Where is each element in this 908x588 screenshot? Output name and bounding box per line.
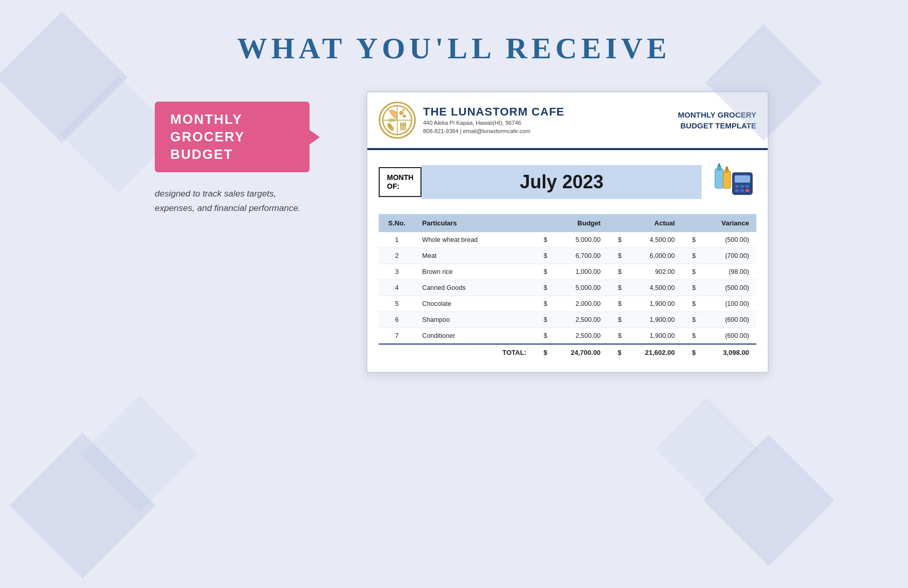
total-actual: 21,602.00 xyxy=(629,344,682,361)
cell-particulars: Chocolate xyxy=(415,296,533,312)
svg-rect-15 xyxy=(723,171,731,188)
header-particulars: Particulars xyxy=(415,214,533,232)
month-row: MONTH OF: July 2023 xyxy=(367,150,768,214)
cafe-info: THE LUNASTORM CAFE 440 Aleka Pl Kapaa, H… xyxy=(423,105,564,136)
cafe-contact: 808-821-9384 | email@lunastormcafe.com xyxy=(423,127,564,136)
header-variance: Variance xyxy=(703,214,757,232)
month-value: July 2023 xyxy=(421,165,702,199)
cell-variance-sym: $ xyxy=(682,312,703,328)
cell-variance: (600.00) xyxy=(703,328,757,345)
cell-variance-sym: $ xyxy=(682,248,703,264)
svg-rect-7 xyxy=(402,122,404,130)
svg-rect-14 xyxy=(718,164,720,167)
table-row: 5 Chocolate $ 2,000.00 $ 1,900.00 $ (100… xyxy=(379,296,756,312)
cell-actual: 6,000.00 xyxy=(629,248,682,264)
cell-variance: (500.00) xyxy=(703,232,757,248)
subtitle-text: designed to track sales targets, expense… xyxy=(155,187,320,215)
svg-point-1 xyxy=(399,111,403,115)
table-row: 1 Whole wheat bread $ 5,000.00 $ 4,500.0… xyxy=(379,232,756,248)
cell-budget: 2,500.00 xyxy=(555,328,608,345)
table-header-row: S.No. Particulars Budget Actual Variance xyxy=(379,214,756,232)
badge-label: MONTHLY GROCERY BUDGET xyxy=(155,102,310,172)
svg-rect-22 xyxy=(745,185,749,188)
cell-variance: (100.00) xyxy=(703,296,757,312)
table-row: 2 Meat $ 6,700.00 $ 6,000.00 $ (700.00) xyxy=(379,248,756,264)
total-budget-sym: $ xyxy=(533,344,554,361)
total-actual-sym: $ xyxy=(608,344,628,361)
cell-variance-sym: $ xyxy=(682,232,703,248)
cell-actual-sym: $ xyxy=(608,296,628,312)
svg-rect-20 xyxy=(735,185,739,188)
cell-sno: 4 xyxy=(379,280,415,296)
cell-budget: 2,500.00 xyxy=(555,312,608,328)
cell-particulars: Meat xyxy=(415,248,533,264)
cell-actual-sym: $ xyxy=(608,312,628,328)
cell-sno: 6 xyxy=(379,312,415,328)
cell-budget: 6,700.00 xyxy=(555,248,608,264)
cell-actual-sym: $ xyxy=(608,232,628,248)
total-variance-sym: $ xyxy=(682,344,703,361)
cell-actual: 1,900.00 xyxy=(629,296,682,312)
logo-svg xyxy=(382,105,413,136)
table-row: 7 Conditioner $ 2,500.00 $ 1,900.00 $ (6… xyxy=(379,328,756,345)
logo-area: THE LUNASTORM CAFE 440 Aleka Pl Kapaa, H… xyxy=(379,102,564,139)
table-row: 4 Canned Goods $ 5,000.00 $ 4,500.00 $ (… xyxy=(379,280,756,296)
cell-actual: 1,900.00 xyxy=(629,312,682,328)
cell-actual-sym: $ xyxy=(608,328,628,345)
grocery-icon xyxy=(710,158,756,206)
cell-actual-sym: $ xyxy=(608,248,628,264)
cell-particulars: Whole wheat bread xyxy=(415,232,533,248)
svg-rect-25 xyxy=(745,189,749,192)
cell-particulars: Brown rice xyxy=(415,264,533,280)
cell-budget-sym: $ xyxy=(533,232,554,248)
cell-budget: 5,000.00 xyxy=(555,232,608,248)
table-row: 3 Brown rice $ 1,000.00 $ 902.00 $ (98.0… xyxy=(379,264,756,280)
total-variance: 3,098.00 xyxy=(703,344,757,361)
svg-point-3 xyxy=(402,109,405,111)
budget-table: S.No. Particulars Budget Actual Variance… xyxy=(379,214,756,361)
total-row: TOTAL: $ 24,700.00 $ 21,602.00 $ 3,098.0… xyxy=(379,344,756,361)
cell-budget-sym: $ xyxy=(533,248,554,264)
cafe-address: 440 Aleka Pl Kapaa, Hawaii(HI), 96746 xyxy=(423,119,564,127)
svg-point-2 xyxy=(403,115,406,118)
total-empty xyxy=(379,344,415,361)
cell-sno: 7 xyxy=(379,328,415,345)
cell-budget: 5,000.00 xyxy=(555,280,608,296)
cafe-name: THE LUNASTORM CAFE xyxy=(423,105,564,119)
svg-rect-17 xyxy=(726,167,728,170)
cell-sno: 2 xyxy=(379,248,415,264)
doc-header: THE LUNASTORM CAFE 440 Aleka Pl Kapaa, H… xyxy=(367,92,768,150)
svg-rect-8 xyxy=(404,122,406,130)
header-variance-sym xyxy=(682,214,703,232)
cell-budget: 2,000.00 xyxy=(555,296,608,312)
svg-rect-6 xyxy=(400,122,402,130)
table-row: 6 Shampoo $ 2,500.00 $ 1,900.00 $ (600.0… xyxy=(379,312,756,328)
cell-variance-sym: $ xyxy=(682,264,703,280)
logo-circle xyxy=(379,102,416,139)
cell-actual: 4,500.00 xyxy=(629,232,682,248)
cell-actual: 1,900.00 xyxy=(629,328,682,345)
left-panel: MONTHLY GROCERY BUDGET designed to track… xyxy=(139,91,335,215)
cell-particulars: Canned Goods xyxy=(415,280,533,296)
cell-variance-sym: $ xyxy=(682,280,703,296)
month-label: MONTH OF: xyxy=(379,167,421,197)
total-budget: 24,700.00 xyxy=(555,344,608,361)
cell-sno: 3 xyxy=(379,264,415,280)
cell-particulars: Shampoo xyxy=(415,312,533,328)
svg-rect-24 xyxy=(740,189,744,192)
svg-rect-9 xyxy=(400,124,407,125)
table-wrapper: S.No. Particulars Budget Actual Variance… xyxy=(367,214,768,372)
header-actual-sym xyxy=(608,214,628,232)
cell-variance: (500.00) xyxy=(703,280,757,296)
cell-actual: 902.00 xyxy=(629,264,682,280)
cell-actual-sym: $ xyxy=(608,264,628,280)
cell-sno: 1 xyxy=(379,232,415,248)
header-budget-sym xyxy=(533,214,554,232)
cell-variance-sym: $ xyxy=(682,296,703,312)
header-budget: Budget xyxy=(555,214,608,232)
cell-variance: (700.00) xyxy=(703,248,757,264)
cell-budget-sym: $ xyxy=(533,328,554,345)
document: THE LUNASTORM CAFE 440 Aleka Pl Kapaa, H… xyxy=(366,91,769,373)
cell-budget-sym: $ xyxy=(533,280,554,296)
svg-rect-12 xyxy=(715,169,723,188)
